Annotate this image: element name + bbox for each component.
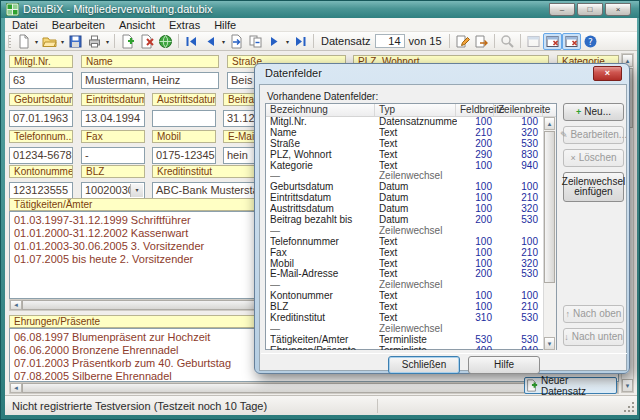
first-record-icon[interactable]	[182, 33, 201, 50]
table-row[interactable]: —Zeilenwechsel	[266, 226, 543, 237]
menu-item-hilfe[interactable]: Hilfe	[207, 18, 243, 32]
hilfe-button[interactable]: Hilfe	[468, 356, 540, 374]
copy-record-icon[interactable]	[246, 33, 265, 50]
field-label-kontonummer: Kontonummer	[9, 165, 73, 178]
blz-dropdown-icon[interactable]: ▾	[130, 184, 143, 197]
resize-grip[interactable]	[623, 401, 635, 413]
field-value-name[interactable]: Mustermann, Heinz	[81, 72, 219, 89]
table-row[interactable]: KategorieText100940	[266, 161, 543, 172]
field-value-austrittsdatum[interactable]	[152, 110, 216, 127]
field-value-mitglnr[interactable]: 63	[9, 72, 73, 89]
field-value-fax[interactable]: -	[81, 147, 145, 164]
bearbeiten-button[interactable]: ✎ Bearbeiten...	[563, 126, 624, 144]
app-window: DatuBiX - Mitgliederverwaltung.datubix –…	[0, 0, 640, 420]
table-row[interactable]: PLZ, WohnortText290830	[266, 150, 543, 161]
table-row[interactable]: KontonummerText100100	[266, 291, 543, 302]
datenfelder-dialog: Datenfelder × Vorhandene Datenfelder: Be…	[254, 63, 630, 374]
table-row[interactable]: GeburtsdatumDatum100100	[266, 182, 543, 193]
table-row[interactable]: TelefonnummerText100100	[266, 237, 543, 248]
next-dropdown-icon[interactable]: ▾	[284, 38, 291, 45]
edit-record-icon[interactable]	[453, 33, 472, 50]
loeschen-button[interactable]: × Löschen	[563, 149, 624, 167]
print-icon[interactable]	[85, 33, 104, 50]
previous-record-icon[interactable]	[201, 33, 220, 50]
table-row[interactable]: —Zeilenwechsel	[266, 171, 543, 182]
nach-unten-button[interactable]: ↓ Nach unten	[563, 328, 624, 346]
next-record-icon[interactable]	[265, 33, 284, 50]
field-value-blz[interactable]: 10020030 ▾	[81, 182, 145, 199]
table-row[interactable]: E-Mail-AdresseText200530	[266, 269, 543, 280]
menu-item-bearbeiten[interactable]: Bearbeiten	[45, 18, 112, 32]
toggle-taetigkeiten-panel-icon[interactable]	[543, 33, 562, 50]
table-row[interactable]: Ehrungen/PräsenteTerminliste400940	[266, 346, 543, 350]
field-label-austrittsdatum: Austrittsdatum	[152, 93, 216, 106]
scroll-down-icon[interactable]: ▼	[544, 337, 555, 350]
field-value-eintrittsdatum[interactable]: 13.04.1994	[81, 110, 145, 127]
table-row[interactable]: KreditinstitutText310530	[266, 313, 543, 324]
neu-button[interactable]: + Neu...	[563, 103, 624, 121]
field-label-mitglnr: Mitgl.Nr.	[9, 55, 73, 68]
last-record-icon[interactable]	[291, 33, 310, 50]
internet-icon[interactable]	[156, 33, 175, 50]
nach-oben-button[interactable]: ↑ Nach oben	[563, 305, 624, 323]
scroll-up-icon[interactable]: ▲	[544, 117, 555, 130]
menu-item-extras[interactable]: Extras	[162, 18, 207, 32]
column-bezeichnung[interactable]: Bezeichnung	[266, 104, 375, 116]
print-dropdown-icon[interactable]: ▾	[104, 38, 111, 45]
column-zeilenbreite[interactable]: Zeilenbreite	[494, 104, 543, 116]
dialog-title: Datenfelder	[265, 67, 322, 79]
zeilenwechsel-einfuegen-button[interactable]: Zeilenwechsel einfügen	[563, 172, 624, 202]
table-vscrollbar[interactable]: ▲ ▼	[543, 117, 556, 350]
table-row[interactable]: Mitgl.Nr.Datensatznummer100100	[266, 117, 543, 128]
record-number-field[interactable]: 14	[375, 34, 405, 48]
previous-dropdown-icon[interactable]: ▾	[220, 38, 227, 45]
save-icon[interactable]	[66, 33, 85, 50]
field-label-mobil: Mobil	[152, 130, 216, 143]
scroll-thumb[interactable]	[544, 131, 555, 283]
table-row[interactable]: Tätigkeiten/ÄmterTerminliste530530	[266, 335, 543, 346]
scroll-down-icon[interactable]: ▼	[622, 379, 633, 392]
table-row[interactable]: BLZText100210	[266, 302, 543, 313]
column-feldbreite[interactable]: Feldbreite	[456, 104, 494, 116]
close-button[interactable]: ×	[605, 3, 631, 16]
search-icon[interactable]	[498, 33, 517, 50]
table-row[interactable]: —Zeilenwechsel	[266, 280, 543, 291]
table-row[interactable]: AustrittsdatumDatum100320	[266, 204, 543, 215]
table-row[interactable]: StraßeText200530	[266, 139, 543, 150]
scroll-thumb[interactable]	[22, 383, 606, 393]
add-record-icon[interactable]	[118, 33, 137, 50]
toolbar-grip	[8, 35, 11, 48]
table-row[interactable]: Beitrag bezahlt bisDatum200530	[266, 215, 543, 226]
edit-fields-icon[interactable]	[472, 33, 491, 50]
field-value-kontonummer[interactable]: 123123555	[9, 182, 73, 199]
open-file-icon[interactable]	[40, 33, 59, 50]
delete-record-icon[interactable]	[137, 33, 156, 50]
open-dropdown-icon[interactable]: ▾	[59, 38, 66, 45]
menu-item-datei[interactable]: Datei	[5, 18, 45, 32]
scroll-left-icon[interactable]: ◄	[10, 300, 22, 310]
table-row[interactable]: MobilText100320	[266, 259, 543, 270]
table-row[interactable]: —Zeilenwechsel	[266, 324, 543, 335]
menu-item-ansicht[interactable]: Ansicht	[112, 18, 162, 32]
window-layout-icon[interactable]	[524, 33, 543, 50]
scroll-left-icon[interactable]: ◄	[10, 383, 22, 393]
field-label-eintrittsdatum: Eintrittsdatum	[81, 93, 145, 106]
field-value-mobil[interactable]: 0175-1234567	[152, 147, 216, 164]
column-typ[interactable]: Typ	[375, 104, 456, 116]
table-row[interactable]: NameText210320	[266, 128, 543, 139]
new-document-icon[interactable]	[14, 33, 33, 50]
new-record-button[interactable]: Neuer Datensatz	[524, 377, 617, 394]
field-value-telefon[interactable]: 01234-56789	[9, 147, 73, 164]
goto-record-icon[interactable]	[227, 33, 246, 50]
new-dropdown-icon[interactable]: ▾	[33, 38, 40, 45]
toggle-ehrungen-panel-icon[interactable]	[562, 33, 581, 50]
field-value-geburtsdatum[interactable]: 07.01.1963	[9, 110, 73, 127]
table-row[interactable]: FaxText100210	[266, 248, 543, 259]
minimize-button[interactable]: –	[549, 3, 575, 16]
table-body: Mitgl.Nr.Datensatznummer100100NameText21…	[266, 117, 543, 350]
table-row[interactable]: EintrittsdatumDatum100210	[266, 193, 543, 204]
dialog-close-icon[interactable]: ×	[593, 66, 622, 81]
maximize-button[interactable]: □	[577, 3, 603, 16]
schliessen-button[interactable]: Schließen	[388, 356, 460, 374]
help-icon[interactable]: ?	[581, 33, 600, 50]
